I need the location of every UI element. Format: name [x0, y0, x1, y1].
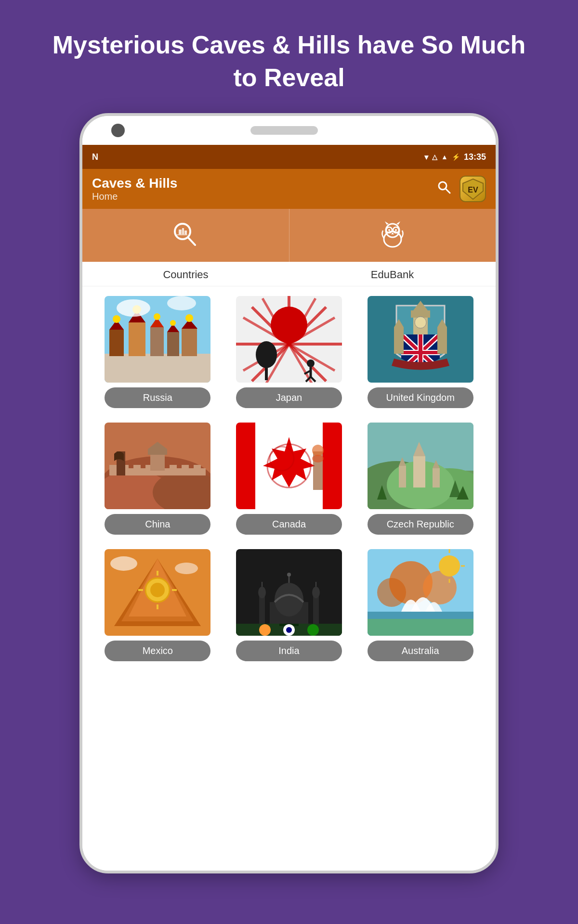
battery-icon: ⚡	[452, 153, 460, 161]
app-title: Caves & Hills	[92, 176, 177, 191]
svg-rect-87	[133, 465, 141, 475]
country-card-india[interactable]: India	[228, 549, 350, 661]
svg-point-54	[271, 307, 307, 343]
app-bar-icons: EV	[436, 176, 486, 202]
grid-row-1: Russia	[97, 296, 481, 408]
svg-point-128	[110, 556, 137, 571]
phone-camera	[111, 124, 125, 137]
svg-point-132	[275, 583, 303, 616]
svg-point-102	[312, 455, 324, 462]
wifi-icon: ▾	[424, 153, 428, 162]
svg-rect-9	[177, 234, 187, 235]
uk-image	[368, 296, 473, 383]
notification-icon: N	[92, 152, 98, 162]
czech-image	[368, 423, 473, 509]
country-card-mexico[interactable]: Mexico	[97, 549, 219, 661]
svg-marker-18	[396, 221, 400, 225]
country-card-japan[interactable]: Japan	[228, 296, 350, 408]
svg-rect-75	[401, 351, 440, 354]
svg-point-37	[167, 296, 196, 310]
svg-point-153	[439, 555, 460, 577]
japan-image	[236, 296, 342, 383]
svg-point-32	[170, 320, 176, 326]
svg-rect-85	[109, 465, 117, 475]
svg-rect-78	[437, 327, 447, 354]
australia-image	[368, 549, 473, 636]
country-card-uk[interactable]: United Kingdom	[359, 296, 481, 408]
phone-speaker	[250, 126, 318, 135]
svg-point-57	[307, 359, 315, 367]
svg-rect-33	[182, 329, 197, 356]
svg-rect-109	[413, 456, 425, 488]
signal2-icon: ▲	[441, 153, 448, 161]
svg-rect-94	[148, 449, 167, 455]
svg-line-5	[188, 237, 195, 245]
status-bar: N ▾ △ ▲ ⚡ 13:35	[82, 145, 496, 169]
svg-rect-76	[394, 327, 404, 354]
svg-rect-27	[150, 327, 164, 356]
tab-countries-label: Countries	[82, 262, 289, 286]
page-title: Mysterious Caves & Hills have So Much to…	[0, 0, 578, 113]
svg-point-15	[395, 229, 397, 231]
svg-point-23	[113, 315, 120, 323]
mexico-image	[105, 549, 210, 636]
svg-line-1	[446, 189, 450, 193]
svg-point-14	[388, 229, 390, 231]
tab-bar	[82, 209, 496, 262]
czech-label: Czech Republic	[368, 514, 473, 535]
svg-point-143	[259, 624, 271, 636]
svg-point-146	[286, 627, 292, 633]
tab-edubank-label: EduBank	[289, 262, 496, 286]
canada-image	[236, 423, 342, 509]
svg-rect-91	[182, 465, 189, 475]
svg-point-66	[415, 317, 426, 328]
grid-row-2: China	[97, 423, 481, 535]
japan-label: Japan	[236, 387, 342, 408]
svg-rect-30	[167, 332, 179, 356]
country-card-canada[interactable]: Canada	[228, 423, 350, 535]
svg-rect-20	[105, 354, 210, 383]
app-subtitle: Home	[92, 191, 177, 202]
russia-label: Russia	[105, 387, 210, 408]
phone-frame: N ▾ △ ▲ ⚡ 13:35 Caves & Hills Home	[79, 113, 499, 873]
china-image	[105, 423, 210, 509]
app-bar-left: Caves & Hills Home	[92, 176, 177, 202]
countries-grid: Russia	[82, 286, 496, 873]
india-image	[236, 549, 342, 636]
india-label: India	[236, 641, 342, 661]
country-card-china[interactable]: China	[97, 423, 219, 535]
svg-point-136	[258, 587, 266, 598]
svg-point-36	[117, 299, 150, 317]
signal1-icon: △	[432, 153, 437, 161]
country-card-russia[interactable]: Russia	[97, 296, 219, 408]
tab-labels: Countries EduBank	[82, 262, 496, 286]
china-label: China	[105, 514, 210, 535]
country-card-czech[interactable]: Czech Republic	[359, 423, 481, 535]
svg-point-56	[256, 341, 277, 368]
uk-label: United Kingdom	[368, 387, 473, 408]
svg-rect-149	[368, 619, 473, 636]
mexico-label: Mexico	[105, 641, 210, 661]
svg-rect-24	[129, 322, 145, 356]
svg-point-35	[185, 314, 193, 322]
app-bar: Caves & Hills Home EV	[82, 169, 496, 209]
svg-point-129	[175, 563, 198, 574]
tab-countries[interactable]	[82, 209, 289, 262]
status-time: 13:35	[464, 152, 486, 162]
status-left: N	[92, 152, 98, 162]
grid-row-3: Mexico	[97, 549, 481, 661]
svg-point-101	[312, 445, 324, 456]
australia-label: Australia	[368, 641, 473, 661]
tab-edubank[interactable]	[289, 209, 496, 262]
status-right: ▾ △ ▲ ⚡ 13:35	[424, 152, 486, 162]
search-button[interactable]	[436, 180, 452, 198]
svg-point-145	[307, 624, 319, 636]
svg-rect-6	[179, 230, 182, 234]
svg-text:EV: EV	[468, 186, 478, 194]
svg-point-29	[154, 313, 160, 320]
country-card-australia[interactable]: Australia	[359, 549, 481, 661]
ev-badge: EV	[460, 176, 486, 202]
svg-point-152	[377, 578, 406, 607]
svg-marker-17	[385, 221, 389, 225]
svg-marker-16	[391, 232, 394, 234]
